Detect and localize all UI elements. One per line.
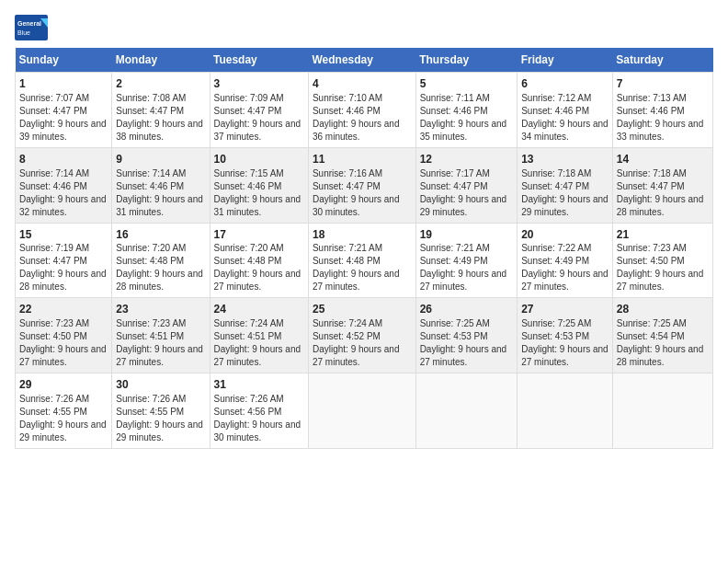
- daylight: Daylight: 9 hours and 31 minutes.: [116, 193, 205, 219]
- daylight: Daylight: 9 hours and 34 minutes.: [521, 118, 609, 144]
- day-cell: 25Sunrise: 7:24 AMSunset: 4:52 PMDayligh…: [308, 298, 415, 373]
- column-header-monday: Monday: [112, 48, 210, 73]
- sunset: Sunset: 4:54 PM: [617, 330, 709, 343]
- day-number: 29: [19, 377, 108, 393]
- day-cell: 3Sunrise: 7:09 AMSunset: 4:47 PMDaylight…: [210, 73, 308, 148]
- sunset: Sunset: 4:55 PM: [116, 406, 205, 419]
- sunrise: Sunrise: 7:26 AM: [214, 393, 304, 406]
- daylight: Daylight: 9 hours and 27 minutes.: [521, 268, 609, 293]
- sunset: Sunset: 4:46 PM: [116, 180, 205, 193]
- sunrise: Sunrise: 7:21 AM: [313, 242, 412, 255]
- day-cell: [415, 373, 518, 449]
- day-cell: 19Sunrise: 7:21 AMSunset: 4:49 PMDayligh…: [415, 223, 518, 298]
- day-number: 12: [420, 152, 514, 167]
- sunset: Sunset: 4:47 PM: [313, 180, 412, 193]
- daylight: Daylight: 9 hours and 35 minutes.: [420, 118, 514, 144]
- day-cell: 17Sunrise: 7:20 AMSunset: 4:48 PMDayligh…: [210, 223, 308, 298]
- sunrise: Sunrise: 7:20 AM: [214, 242, 304, 255]
- daylight: Daylight: 9 hours and 29 minutes.: [116, 419, 205, 444]
- sunset: Sunset: 4:46 PM: [19, 180, 108, 193]
- column-header-friday: Friday: [518, 48, 613, 73]
- sunset: Sunset: 4:46 PM: [214, 180, 304, 193]
- day-number: 15: [19, 227, 108, 243]
- sunrise: Sunrise: 7:25 AM: [617, 317, 709, 330]
- day-cell: 23Sunrise: 7:23 AMSunset: 4:51 PMDayligh…: [112, 298, 210, 373]
- sunset: Sunset: 4:50 PM: [19, 330, 108, 343]
- week-row-3: 15Sunrise: 7:19 AMSunset: 4:47 PMDayligh…: [16, 223, 713, 298]
- day-cell: 27Sunrise: 7:25 AMSunset: 4:53 PMDayligh…: [518, 298, 613, 373]
- day-cell: 22Sunrise: 7:23 AMSunset: 4:50 PMDayligh…: [16, 298, 112, 373]
- day-cell: 10Sunrise: 7:15 AMSunset: 4:46 PMDayligh…: [210, 147, 308, 223]
- day-number: 5: [420, 76, 514, 92]
- day-number: 3: [214, 76, 304, 92]
- sunrise: Sunrise: 7:18 AM: [521, 167, 609, 180]
- day-number: 16: [116, 227, 205, 243]
- sunset: Sunset: 4:46 PM: [420, 105, 514, 118]
- daylight: Daylight: 9 hours and 27 minutes.: [521, 343, 609, 369]
- day-number: 20: [521, 227, 609, 243]
- daylight: Daylight: 9 hours and 27 minutes.: [313, 343, 412, 369]
- sunset: Sunset: 4:47 PM: [617, 180, 709, 193]
- sunset: Sunset: 4:56 PM: [214, 406, 304, 419]
- day-cell: 1Sunrise: 7:07 AMSunset: 4:47 PMDaylight…: [16, 73, 112, 148]
- day-cell: 24Sunrise: 7:24 AMSunset: 4:51 PMDayligh…: [210, 298, 308, 373]
- sunset: Sunset: 4:48 PM: [116, 255, 205, 268]
- day-cell: [308, 373, 415, 449]
- sunrise: Sunrise: 7:17 AM: [420, 167, 514, 180]
- day-cell: 6Sunrise: 7:12 AMSunset: 4:46 PMDaylight…: [518, 73, 613, 148]
- svg-text:Blue: Blue: [17, 29, 30, 36]
- day-cell: 16Sunrise: 7:20 AMSunset: 4:48 PMDayligh…: [112, 223, 210, 298]
- page-header: General Blue: [15, 15, 713, 40]
- sunrise: Sunrise: 7:14 AM: [116, 167, 205, 180]
- day-cell: 28Sunrise: 7:25 AMSunset: 4:54 PMDayligh…: [612, 298, 712, 373]
- day-cell: 2Sunrise: 7:08 AMSunset: 4:47 PMDaylight…: [112, 73, 210, 148]
- sunset: Sunset: 4:47 PM: [214, 105, 304, 118]
- day-number: 7: [617, 76, 709, 92]
- logo: General Blue: [15, 15, 51, 40]
- sunset: Sunset: 4:51 PM: [116, 330, 205, 343]
- sunset: Sunset: 4:46 PM: [313, 105, 412, 118]
- week-row-4: 22Sunrise: 7:23 AMSunset: 4:50 PMDayligh…: [16, 298, 713, 373]
- day-number: 30: [116, 377, 205, 393]
- day-cell: 21Sunrise: 7:23 AMSunset: 4:50 PMDayligh…: [612, 223, 712, 298]
- sunset: Sunset: 4:50 PM: [617, 255, 709, 268]
- daylight: Daylight: 9 hours and 31 minutes.: [214, 193, 304, 219]
- daylight: Daylight: 9 hours and 28 minutes.: [19, 268, 108, 293]
- daylight: Daylight: 9 hours and 27 minutes.: [420, 343, 514, 369]
- day-number: 24: [214, 302, 304, 317]
- day-cell: 8Sunrise: 7:14 AMSunset: 4:46 PMDaylight…: [16, 147, 112, 223]
- sunrise: Sunrise: 7:07 AM: [19, 92, 108, 105]
- sunset: Sunset: 4:47 PM: [420, 180, 514, 193]
- daylight: Daylight: 9 hours and 29 minutes.: [521, 193, 609, 219]
- sunrise: Sunrise: 7:20 AM: [116, 242, 205, 255]
- day-cell: 5Sunrise: 7:11 AMSunset: 4:46 PMDaylight…: [415, 73, 518, 148]
- sunset: Sunset: 4:47 PM: [19, 255, 108, 268]
- sunrise: Sunrise: 7:25 AM: [420, 317, 514, 330]
- day-cell: 14Sunrise: 7:18 AMSunset: 4:47 PMDayligh…: [612, 147, 712, 223]
- sunrise: Sunrise: 7:23 AM: [116, 317, 205, 330]
- sunrise: Sunrise: 7:21 AM: [420, 242, 514, 255]
- day-number: 27: [521, 302, 609, 317]
- day-number: 25: [313, 302, 412, 317]
- sunset: Sunset: 4:46 PM: [521, 105, 609, 118]
- sunrise: Sunrise: 7:23 AM: [617, 242, 709, 255]
- day-number: 21: [617, 227, 709, 243]
- daylight: Daylight: 9 hours and 27 minutes.: [116, 343, 205, 369]
- daylight: Daylight: 9 hours and 30 minutes.: [313, 193, 412, 219]
- daylight: Daylight: 9 hours and 39 minutes.: [19, 118, 108, 144]
- day-number: 4: [313, 76, 412, 92]
- sunset: Sunset: 4:53 PM: [420, 330, 514, 343]
- day-number: 26: [420, 302, 514, 317]
- sunrise: Sunrise: 7:19 AM: [19, 242, 108, 255]
- sunrise: Sunrise: 7:18 AM: [617, 167, 709, 180]
- day-number: 17: [214, 227, 304, 243]
- daylight: Daylight: 9 hours and 27 minutes.: [420, 268, 514, 293]
- day-number: 31: [214, 377, 304, 393]
- daylight: Daylight: 9 hours and 38 minutes.: [116, 118, 205, 144]
- sunset: Sunset: 4:49 PM: [521, 255, 609, 268]
- sunset: Sunset: 4:47 PM: [521, 180, 609, 193]
- sunset: Sunset: 4:46 PM: [617, 105, 709, 118]
- sunset: Sunset: 4:48 PM: [214, 255, 304, 268]
- day-cell: 20Sunrise: 7:22 AMSunset: 4:49 PMDayligh…: [518, 223, 613, 298]
- calendar-table: SundayMondayTuesdayWednesdayThursdayFrid…: [15, 48, 713, 449]
